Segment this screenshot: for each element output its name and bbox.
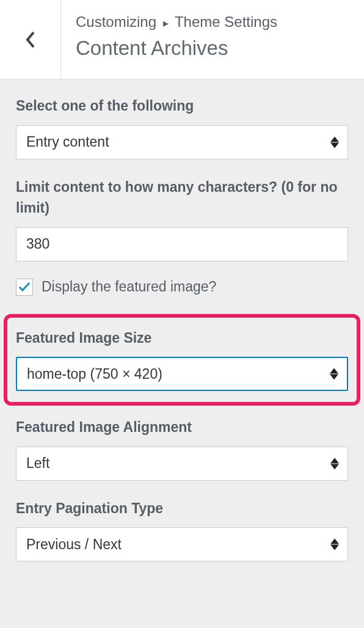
header-text: Customizing ▸ Theme Settings Content Arc… — [61, 0, 364, 79]
image-alignment-label: Featured Image Alignment — [16, 417, 348, 438]
checkmark-icon — [18, 280, 31, 294]
back-button[interactable] — [0, 0, 61, 79]
customizer-content: Select one of the following Entry conten… — [0, 79, 364, 628]
breadcrumb: Customizing ▸ Theme Settings — [76, 13, 349, 31]
display-featured-checkbox[interactable] — [16, 279, 33, 296]
select-arrows-icon — [330, 136, 339, 148]
page-title: Content Archives — [76, 37, 349, 60]
image-size-select[interactable]: home-top (750 × 420) — [16, 357, 348, 391]
pagination-value: Previous / Next — [26, 536, 122, 553]
field-image-size: Featured Image Size home-top (750 × 420) — [16, 327, 348, 392]
content-type-select[interactable]: Entry content — [16, 125, 348, 159]
select-arrows-icon — [330, 458, 339, 469]
customizer-header: Customizing ▸ Theme Settings Content Arc… — [0, 0, 364, 79]
display-featured-label: Display the featured image? — [42, 279, 216, 295]
breadcrumb-parent: Customizing — [76, 13, 156, 30]
breadcrumb-separator-icon: ▸ — [163, 17, 169, 29]
field-content-type: Select one of the following Entry conten… — [16, 95, 348, 159]
content-type-value: Entry content — [26, 134, 109, 150]
field-display-featured: Display the featured image? — [16, 279, 348, 296]
field-image-alignment: Featured Image Alignment Left — [16, 417, 348, 481]
image-size-label: Featured Image Size — [16, 327, 348, 349]
select-arrows-icon — [330, 539, 339, 550]
highlight-annotation: Featured Image Size home-top (750 × 420) — [4, 314, 360, 406]
select-arrows-icon — [330, 368, 338, 380]
image-size-value: home-top (750 × 420) — [27, 366, 162, 382]
char-limit-input[interactable] — [16, 227, 348, 261]
pagination-label: Entry Pagination Type — [16, 498, 348, 519]
content-type-label: Select one of the following — [16, 95, 348, 117]
field-char-limit: Limit content to how many characters? (0… — [16, 177, 348, 261]
image-alignment-value: Left — [26, 455, 49, 472]
char-limit-label: Limit content to how many characters? (0… — [16, 177, 348, 219]
pagination-select[interactable]: Previous / Next — [16, 527, 348, 561]
chevron-left-icon — [25, 31, 36, 48]
image-alignment-select[interactable]: Left — [16, 447, 348, 481]
breadcrumb-current: Theme Settings — [175, 13, 277, 30]
field-pagination: Entry Pagination Type Previous / Next — [16, 498, 348, 562]
